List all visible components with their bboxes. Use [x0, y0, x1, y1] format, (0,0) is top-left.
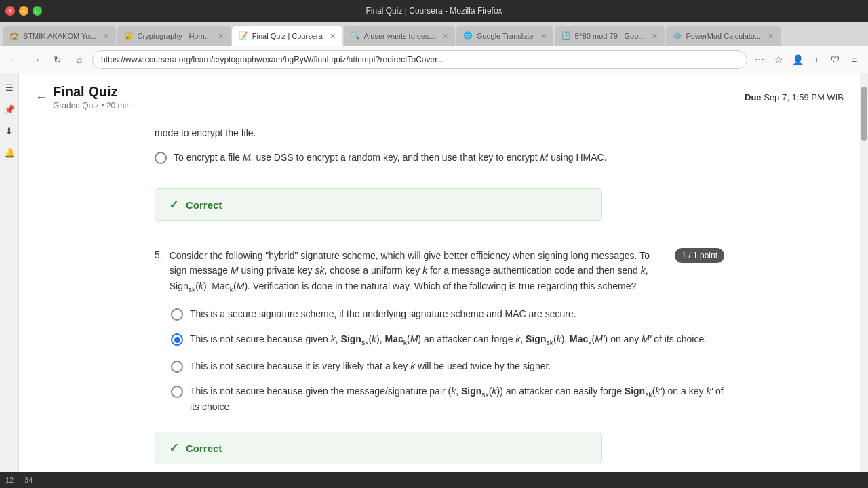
partial-answer-text: mode to encrypt the file. [155, 127, 724, 144]
math-M1: M [243, 152, 251, 163]
quiz-subtitle: Graded Quiz • 20 min [53, 101, 131, 110]
correct-banner-2: ✓ Correct [155, 432, 602, 464]
radio-dss[interactable] [155, 152, 167, 164]
taskbar-date: 34 [24, 476, 33, 484]
question-5-options: This is a secure signature scheme, if th… [171, 303, 724, 418]
math-M3: M [410, 333, 418, 344]
tab-stmik[interactable]: 🏫 STMIK AKAKOM Yo... ✕ [3, 26, 116, 46]
tab-close-powermod[interactable]: ✕ [768, 32, 774, 41]
tab-user[interactable]: 🔍 A user wants to des... ✕ [344, 26, 455, 46]
point-badge-q5: 1 / 1 point [675, 248, 724, 263]
addon-icon[interactable]: + [808, 52, 825, 68]
answer-text-q5-opt4: This is not secure because given the mes… [190, 384, 724, 415]
question-5-header: 5. Consider the following "hybrid" signa… [155, 248, 724, 295]
sidebar-icon-4[interactable]: 🔔 [2, 145, 17, 160]
q5-option-3: This is not secure because it is very li… [171, 355, 724, 378]
correct-text-2: Correct [186, 443, 222, 454]
tab-label-crypto: Cryptography - Hom... [138, 32, 211, 40]
close-button[interactable]: ✕ [5, 6, 15, 16]
sidebar-icon-3[interactable]: ⬇ [2, 123, 17, 138]
tab-powermod[interactable]: ⚙️ PowerMod Calculato... ✕ [666, 26, 781, 46]
math-Mprime: M' [595, 333, 604, 344]
math-q5-k2: k [641, 265, 646, 276]
check-icon-2: ✓ [169, 441, 179, 455]
tab-label-stmik: STMIK AKAKOM Yo... [23, 32, 96, 40]
tab-favicon-user: 🔍 [351, 31, 360, 41]
tab-modmath[interactable]: 🔢 5^80 mod 79 - Goo... ✕ [555, 26, 665, 46]
taskbar-bottom: 12 34 [0, 472, 868, 488]
url-bar[interactable]: https://www.coursera.org/learn/cryptogra… [92, 50, 747, 69]
address-bar: ← → ↻ ⌂ https://www.coursera.org/learn/c… [0, 46, 868, 73]
extensions-icon[interactable]: ⋯ [751, 52, 768, 68]
math-q5-M2: M [237, 281, 245, 291]
due-info: Due Sep 7, 1:59 PM WIB [745, 92, 844, 102]
tab-translate[interactable]: 🌐 Google Translate ✕ [456, 26, 553, 46]
answer-option-dss: To encrypt a file M, use DSS to encrypt … [155, 146, 724, 169]
back-arrow-icon: ← [35, 90, 47, 104]
tab-close-user[interactable]: ✕ [442, 32, 448, 41]
tab-favicon-powermod: ⚙️ [673, 31, 682, 41]
math-q5-k: k [422, 265, 427, 276]
left-sidebar: ☰ 📌 ⬇ 🔔 [0, 73, 19, 488]
math-k4: k [557, 333, 561, 344]
radio-q5-opt3[interactable] [171, 361, 183, 373]
window-title: Final Quiz | Coursera - Mozilla Firefox [366, 6, 502, 16]
scrollbar-thumb[interactable] [861, 87, 867, 141]
refresh-button[interactable]: ↻ [49, 51, 66, 68]
tab-favicon-translate: 🌐 [463, 31, 473, 41]
math-q5-M: M [231, 265, 239, 276]
menu-icon[interactable]: ≡ [846, 52, 863, 68]
check-icon-1: ✓ [169, 197, 179, 212]
shield-icon[interactable]: 🛡 [827, 52, 844, 68]
answer-text-q5-opt2: This is not secure because given k, Sign… [190, 332, 707, 348]
sidebar-icon-2[interactable]: 📌 [2, 102, 17, 117]
radio-q5-opt1[interactable] [171, 308, 183, 321]
radio-q5-opt2[interactable] [171, 333, 183, 346]
tab-favicon-crypto: 🔐 [124, 31, 134, 41]
math-k2: k [372, 333, 376, 344]
math-kprime2: k' [706, 386, 713, 396]
math-Mprime2: M' [642, 333, 651, 344]
tab-favicon-stmik: 🏫 [9, 31, 19, 41]
quiz-title-block: Final Quiz Graded Quiz • 20 min [53, 84, 131, 110]
tab-close-crypto[interactable]: ✕ [218, 32, 224, 41]
tab-label-user: A user wants to des... [364, 32, 435, 40]
title-bar: ✕ − □ Final Quiz | Coursera - Mozilla Fi… [0, 0, 868, 22]
question-5-body: 5. Consider the following "hybrid" signa… [155, 248, 664, 295]
maximize-button[interactable]: □ [33, 6, 42, 16]
math-k7: k [492, 386, 497, 396]
math-M2: M [540, 152, 549, 163]
answer-text-q5-opt1: This is a secure signature scheme, if th… [190, 307, 576, 321]
sidebar-icon-1[interactable]: ☰ [2, 80, 17, 95]
tab-close-translate[interactable]: ✕ [540, 32, 547, 41]
math-k5: k [410, 361, 415, 371]
tab-favicon-quiz: 📝 [239, 31, 248, 41]
toolbar-icons: ⋯ ☆ 👤 + 🛡 ≡ [751, 52, 863, 68]
tab-final-quiz[interactable]: 📝 Final Quiz | Coursera ✕ [232, 26, 342, 46]
answer-text-dss: To encrypt a file M, use DSS to encrypt … [174, 150, 607, 165]
home-button[interactable]: ⌂ [71, 51, 88, 68]
page-header: ← Final Quiz Graded Quiz • 20 min Due Se… [19, 73, 860, 119]
tab-close-quiz[interactable]: ✕ [330, 32, 336, 41]
back-nav-button[interactable]: ← [5, 51, 23, 68]
partial-answer-section: mode to encrypt the file. To encrypt a f… [155, 119, 724, 178]
radio-q5-opt4[interactable] [171, 386, 183, 398]
tab-cryptography[interactable]: 🔐 Cryptography - Hom... ✕ [117, 26, 231, 46]
tab-close-stmik[interactable]: ✕ [103, 32, 109, 41]
minimize-button[interactable]: − [19, 6, 28, 16]
tab-close-modmath[interactable]: ✕ [652, 32, 658, 41]
tab-favicon-modmath: 🔢 [561, 31, 571, 41]
bookmark-icon[interactable]: ☆ [770, 52, 787, 68]
scrollbar[interactable] [860, 73, 868, 488]
window-controls[interactable]: ✕ − □ [5, 6, 42, 16]
due-label: Due [745, 92, 762, 102]
forward-nav-button[interactable]: → [27, 51, 45, 68]
math-k6: k [451, 386, 456, 396]
quiz-content: mode to encrypt the file. To encrypt a f… [114, 119, 765, 488]
profile-icon[interactable]: 👤 [789, 52, 806, 68]
tab-label-quiz: Final Quiz | Coursera [252, 32, 323, 40]
math-kprime: k' [655, 386, 662, 396]
back-button[interactable]: ← Final Quiz Graded Quiz • 20 min [35, 84, 131, 110]
taskbar-time: 12 [5, 476, 14, 484]
correct-banner-1: ✓ Correct [155, 188, 602, 221]
